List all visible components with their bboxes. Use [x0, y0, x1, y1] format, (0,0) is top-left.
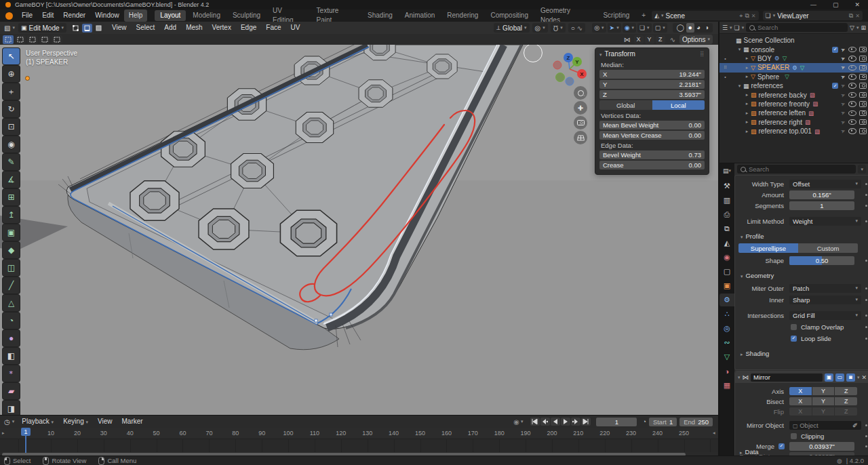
- tool-button[interactable]: ◫: [3, 260, 20, 276]
- edge-data-field[interactable]: Bevel Weight0.73: [599, 150, 705, 159]
- median-axis-field[interactable]: Y2.2181": [599, 80, 705, 89]
- selectable-icon[interactable]: ➤: [840, 109, 846, 117]
- menu-item[interactable]: Edit: [37, 9, 58, 22]
- viewport-menu-item[interactable]: Face: [261, 22, 285, 34]
- vertex-data-field[interactable]: Mean Bevel Weight0.00: [599, 121, 705, 129]
- tool-button[interactable]: ◆: [3, 242, 20, 258]
- bisect-button[interactable]: Y: [812, 397, 835, 406]
- play-button[interactable]: [561, 418, 570, 426]
- outliner-search[interactable]: Search: [746, 23, 848, 32]
- transform-orientation[interactable]: ⟂ Global▾: [494, 23, 529, 33]
- workspace-tab[interactable]: Layout: [155, 10, 186, 21]
- mirror-modifier-header[interactable]: ▾ ⋈ Mirror ▣ ▭ ◙ ▾ ✕: [735, 371, 868, 383]
- outliner-row[interactable]: ▸ ▨ reference top.001 ▨ ✓ ➤: [719, 127, 868, 136]
- timeline-menu-item[interactable]: View ▾: [93, 416, 117, 428]
- amount-field[interactable]: 0.156": [789, 190, 854, 199]
- hide-viewport-icon[interactable]: [848, 74, 856, 80]
- hide-viewport-icon[interactable]: [848, 128, 856, 134]
- timeline-menu-item[interactable]: Playback ▾: [17, 416, 58, 428]
- axis-button[interactable]: X: [789, 387, 812, 396]
- selectable-icon[interactable]: ➤: [840, 55, 846, 62]
- axis-button[interactable]: Y: [812, 387, 835, 396]
- median-axis-field[interactable]: Z3.5937": [599, 90, 705, 99]
- collection-checkbox[interactable]: ✓: [832, 83, 838, 89]
- loop-slide-checkbox[interactable]: ✓: [791, 336, 797, 342]
- proportional-editing[interactable]: ○∿: [568, 23, 585, 33]
- pin-icon[interactable]: ⌖: [739, 12, 743, 20]
- zoom-tool-button[interactable]: [574, 86, 587, 100]
- collection-checkbox[interactable]: ✓: [832, 47, 838, 53]
- miter-outer-dropdown[interactable]: Patch▾: [789, 284, 861, 293]
- selectable-icon[interactable]: ➤: [840, 64, 846, 71]
- profile-type-tab[interactable]: Superellipse: [738, 243, 798, 253]
- disable-render-icon[interactable]: [859, 110, 867, 117]
- select-mode-option[interactable]: [3, 35, 14, 44]
- intersections-dropdown[interactable]: Grid Fill▾: [789, 311, 861, 320]
- properties-options-button[interactable]: ▾: [858, 165, 866, 174]
- outliner-row[interactable]: • ▸ ▽ Sphere ▽ ✓ ➤: [719, 73, 868, 81]
- hide-viewport-icon[interactable]: [848, 56, 856, 62]
- timeline-tracks[interactable]: [0, 439, 718, 452]
- viewport-menu-item[interactable]: Mesh: [181, 22, 207, 34]
- remove-viewlayer-icon[interactable]: ✕: [855, 13, 860, 19]
- jump-to-end-button[interactable]: [581, 418, 591, 426]
- shape-slider[interactable]: 0.50: [789, 256, 854, 265]
- properties-search[interactable]: Search: [737, 165, 856, 174]
- outliner-row[interactable]: ▾ ▦ references ✓ ➤: [719, 81, 868, 90]
- workspace-tab[interactable]: Animation: [399, 10, 440, 21]
- selectable-icon[interactable]: ➤: [840, 82, 846, 89]
- properties-tab[interactable]: ⚙: [719, 294, 734, 306]
- hide-viewport-icon[interactable]: [848, 83, 856, 89]
- face-select-button[interactable]: [94, 24, 104, 33]
- profile-type-tab[interactable]: Custom: [798, 243, 858, 253]
- miter-inner-dropdown[interactable]: Sharp▾: [789, 296, 861, 304]
- properties-tab[interactable]: ◑: [719, 365, 734, 378]
- menu-item[interactable]: Help: [124, 9, 148, 22]
- properties-tab[interactable]: ▽: [719, 350, 734, 363]
- mode-selector[interactable]: ▣ Edit Mode ▾: [18, 23, 66, 33]
- selectable-icon[interactable]: ➤: [840, 92, 846, 99]
- edge-select-button[interactable]: [82, 24, 92, 33]
- properties-tab[interactable]: ◉: [719, 251, 734, 264]
- properties-editor-type[interactable]: ▤▾: [719, 165, 734, 177]
- disable-render-icon[interactable]: [859, 128, 867, 134]
- tool-button[interactable]: ↖: [3, 48, 20, 64]
- outliner-row[interactable]: ▸ ▨ reference leften ▨ ✓ ➤: [719, 108, 868, 117]
- selectable-icon[interactable]: ➤: [840, 46, 846, 54]
- hide-viewport-icon[interactable]: [848, 119, 856, 125]
- hide-viewport-icon[interactable]: [848, 92, 856, 98]
- tool-button[interactable]: ◧: [3, 348, 20, 364]
- outliner-row[interactable]: • ▸ ▽ BOY ⚙ ▽ ✓ ➤: [719, 54, 868, 63]
- disable-render-icon[interactable]: [859, 119, 867, 125]
- current-frame-field[interactable]: 1: [596, 418, 637, 426]
- falloff-options-icon[interactable]: ∿: [670, 36, 675, 43]
- mirror-object-field[interactable]: ▢ Object ✐: [789, 421, 861, 430]
- select-mode-option[interactable]: [39, 35, 50, 44]
- selectable-icon[interactable]: ➤: [840, 127, 846, 135]
- segments-field[interactable]: 1: [789, 201, 854, 210]
- minimize-button[interactable]: —: [802, 1, 825, 8]
- maximize-button[interactable]: ▢: [825, 1, 847, 8]
- tool-button[interactable]: ▣: [3, 224, 20, 241]
- workspace-tab[interactable]: Modeling: [187, 10, 226, 21]
- add-workspace-button[interactable]: +: [636, 10, 651, 21]
- playhead-label[interactable]: 1: [21, 428, 31, 436]
- hide-viewport-icon[interactable]: [848, 65, 856, 71]
- tool-button[interactable]: ●: [3, 330, 20, 346]
- tool-button[interactable]: ⊡: [3, 119, 20, 135]
- header-toggle-icon[interactable]: ❏▾: [637, 23, 652, 33]
- outliner-row[interactable]: ▸ ▨ reference right ▨ ✓ ➤: [719, 118, 868, 127]
- properties-tab[interactable]: ◭: [719, 237, 734, 249]
- disable-render-icon[interactable]: [859, 101, 867, 107]
- timeline-collapse-icon[interactable]: ▾: [711, 432, 717, 434]
- edit-mode-toggle[interactable]: ▣: [825, 373, 833, 382]
- outliner-row[interactable]: ▸ ▨ reference freonty ▨ ✓ ➤: [719, 100, 868, 108]
- viewport-menu-item[interactable]: Vertex: [208, 22, 236, 34]
- workspace-tab[interactable]: Scripting: [597, 10, 635, 21]
- clamp-overlap-checkbox[interactable]: [791, 324, 797, 330]
- eyedropper-icon[interactable]: ✐: [852, 422, 858, 429]
- clipping-checkbox[interactable]: [791, 433, 797, 439]
- space-tab[interactable]: Global: [599, 100, 652, 110]
- prev-keyframe-button[interactable]: [540, 418, 550, 426]
- unlink-scene-icon[interactable]: ✕: [751, 13, 756, 19]
